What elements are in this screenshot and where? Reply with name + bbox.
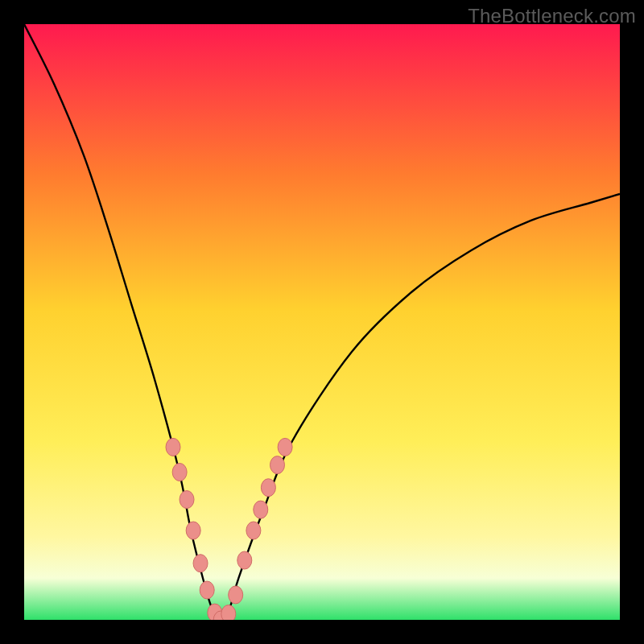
curve-marker <box>237 551 252 569</box>
curve-marker <box>200 581 214 599</box>
curve-marker <box>254 501 268 518</box>
curve-marker <box>270 456 285 474</box>
curve-marker <box>278 438 292 456</box>
curve-marker <box>246 522 261 539</box>
watermark-text: TheBottleneck.com <box>468 5 636 27</box>
curve-marker <box>186 522 200 539</box>
bottleneck-chart <box>24 24 620 620</box>
curve-marker <box>261 479 275 497</box>
curve-marker <box>172 463 187 481</box>
curve-marker <box>193 555 208 572</box>
curve-marker <box>221 605 236 620</box>
gradient-background <box>24 24 620 620</box>
chart-frame: TheBottleneck.com <box>0 0 644 644</box>
plot-area <box>24 24 620 620</box>
curve-marker <box>166 438 180 456</box>
curve-marker <box>229 586 243 604</box>
curve-marker <box>180 491 194 509</box>
